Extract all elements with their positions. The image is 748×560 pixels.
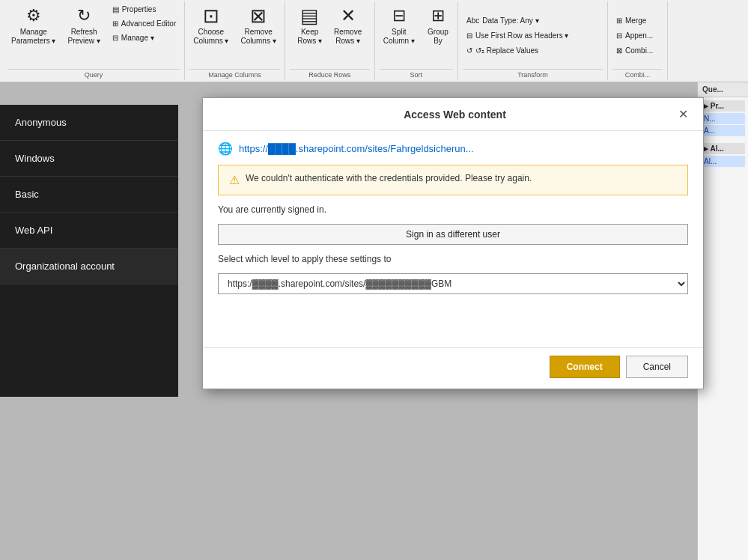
- right-panel-title: Que...: [698, 82, 748, 97]
- ribbon-content: ⚙ Manage Parameters ▾ ↻ Refresh Preview …: [0, 0, 748, 82]
- data-type-icon: Abc: [466, 16, 479, 25]
- cancel-label: Cancel: [643, 362, 671, 372]
- replace-values-icon: ↺: [466, 46, 472, 55]
- append-icon: ⊟: [616, 31, 622, 40]
- manage-columns-split: ⊡ Choose Columns ▾ ⊠ Remove Columns ▾: [189, 3, 280, 67]
- merge-icon: ⊞: [616, 16, 622, 25]
- remove-columns-button[interactable]: ⊠ Remove Columns ▾: [237, 3, 279, 48]
- properties-name-item[interactable]: N...: [701, 113, 745, 124]
- properties-all-item[interactable]: A...: [701, 125, 745, 136]
- warning-icon: ⚠: [229, 173, 240, 187]
- query-group-label: Query: [7, 69, 180, 79]
- right-query-panel: Que... ▶ Pr... N... A... ▶ Al... Al...: [697, 82, 748, 560]
- ribbon: ⚙ Manage Parameters ▾ ↻ Refresh Preview …: [0, 0, 748, 82]
- use-first-row-label: Use First Row as Headers ▾: [475, 31, 568, 40]
- refresh-preview-button[interactable]: ↻ Refresh Preview ▾: [64, 3, 103, 48]
- choose-columns-button[interactable]: ⊡ Choose Columns ▾: [189, 3, 232, 48]
- properties-button[interactable]: ▤ Properties: [109, 3, 180, 16]
- connect-label: Connect: [567, 362, 603, 372]
- main-area: Anonymous Windows Basic Web API Organiza…: [0, 82, 748, 560]
- remove-columns-icon: ⊠: [248, 5, 269, 26]
- keep-rows-icon: ▤: [299, 5, 320, 26]
- refresh-icon: ↻: [73, 5, 94, 26]
- url-level-select[interactable]: https:/▓▓▓▓.sharepoint.com/sites/▓▓▓▓▓▓▓…: [218, 273, 688, 294]
- data-type-label: Data Type: Any ▾: [482, 16, 538, 25]
- sidebar-item-windows[interactable]: Windows: [0, 141, 178, 177]
- applied-step-1[interactable]: Al...: [701, 156, 745, 167]
- properties-icon: ▤: [112, 5, 119, 13]
- manage-parameters-button[interactable]: ⚙ Manage Parameters ▾: [7, 3, 59, 48]
- keep-rows-label: Keep Rows ▾: [297, 28, 322, 46]
- advanced-editor-button[interactable]: ⊞ Advanced Editor: [109, 17, 180, 30]
- applied-steps-section: ▶ Al... Al...: [698, 140, 748, 171]
- organizational-account-label: Organizational account: [15, 261, 115, 272]
- windows-label: Windows: [15, 153, 55, 164]
- ribbon-group-combine: ⊞ Merge ⊟ Appen... ⊠ Combi... Combi...: [608, 1, 668, 80]
- sidebar-item-web-api[interactable]: Web API: [0, 213, 178, 249]
- properties-label: Properties: [122, 5, 156, 13]
- merge-button[interactable]: ⊞ Merge: [612, 14, 663, 27]
- dialog-warning: ⚠ We couldn't authenticate with the cred…: [218, 165, 688, 195]
- globe-icon: 🌐: [218, 141, 233, 156]
- ribbon-group-transform: Abc Data Type: Any ▾ ⊟ Use First Row as …: [458, 1, 608, 80]
- dialog-close-button[interactable]: ✕: [674, 106, 693, 123]
- keep-rows-button[interactable]: ▤ Keep Rows ▾: [294, 3, 326, 48]
- properties-name-label: N...: [704, 115, 716, 123]
- dialog-body: 🌐 https://████.sharepoint.com/sites/Fahr…: [203, 131, 703, 347]
- remove-rows-button[interactable]: ✕ Remove Rows ▾: [330, 3, 365, 48]
- remove-rows-icon: ✕: [338, 5, 359, 26]
- group-by-button[interactable]: ⊞ Group By: [423, 3, 453, 48]
- replace-values-button[interactable]: ↺ ↺₂ Replace Values: [463, 44, 603, 57]
- connect-button[interactable]: Connect: [550, 356, 620, 378]
- sign-in-different-user-button[interactable]: Sign in as different user: [218, 224, 688, 245]
- dialog-title: Access Web content: [236, 109, 674, 121]
- manage-button[interactable]: ⊟ Manage ▾: [109, 31, 180, 44]
- append-label: Appen...: [625, 31, 653, 40]
- dialog-url: 🌐 https://████.sharepoint.com/sites/Fahr…: [218, 141, 688, 156]
- data-type-button[interactable]: Abc Data Type: Any ▾: [463, 14, 603, 27]
- choose-columns-label: Choose Columns ▾: [193, 28, 228, 46]
- cancel-button[interactable]: Cancel: [626, 356, 688, 378]
- manage-icon: ⊟: [112, 34, 118, 42]
- dialog-signed-in-text: You are currently signed in.: [218, 204, 688, 215]
- combine-button[interactable]: ⊠ Combi...: [612, 44, 663, 57]
- group-by-label: Group By: [428, 28, 449, 46]
- ribbon-group-reduce-rows: ▤ Keep Rows ▾ ✕ Remove Rows ▾ Reduce Row…: [285, 1, 375, 80]
- sign-in-btn-label: Sign in as different user: [406, 229, 500, 240]
- sidebar-item-anonymous[interactable]: Anonymous: [0, 105, 178, 141]
- ribbon-group-manage-columns: ⊡ Choose Columns ▾ ⊠ Remove Columns ▾ Ma…: [185, 1, 285, 80]
- manage-parameters-label: Manage Parameters ▾: [11, 28, 55, 46]
- sidebar-item-organizational-account[interactable]: Organizational account: [0, 249, 178, 284]
- anonymous-label: Anonymous: [15, 117, 67, 128]
- choose-columns-icon: ⊡: [201, 5, 222, 26]
- replace-values-label: ↺₂ Replace Values: [475, 46, 538, 55]
- remove-columns-label: Remove Columns ▾: [240, 28, 276, 46]
- sidebar-item-basic[interactable]: Basic: [0, 177, 178, 213]
- ribbon-group-query: ⚙ Manage Parameters ▾ ↻ Refresh Preview …: [3, 1, 185, 80]
- combine-icon: ⊠: [616, 46, 622, 55]
- dialog-url-text: https://████.sharepoint.com/sites/Fahrge…: [239, 143, 474, 154]
- remove-rows-label: Remove Rows ▾: [334, 28, 362, 46]
- manage-label: Manage ▾: [121, 34, 154, 42]
- dialog-footer: Connect Cancel: [203, 347, 703, 389]
- use-first-row-button[interactable]: ⊟ Use First Row as Headers ▾: [463, 29, 603, 42]
- append-button[interactable]: ⊟ Appen...: [612, 29, 663, 42]
- properties-section-label: ▶ Pr...: [702, 102, 724, 110]
- manage-parameters-icon: ⚙: [23, 5, 44, 26]
- access-web-content-dialog: Access Web content ✕ 🌐 https://████.shar…: [202, 97, 704, 389]
- group-by-icon: ⊞: [428, 5, 449, 26]
- split-column-label: Split Column ▾: [383, 28, 415, 46]
- query-split: ⚙ Manage Parameters ▾ ↻ Refresh Preview …: [7, 3, 180, 67]
- advanced-editor-label: Advanced Editor: [121, 19, 176, 28]
- select-level-label: Select which level to apply these settin…: [218, 254, 688, 264]
- dialog-warning-text: We couldn't authenticate with the creden…: [246, 173, 532, 183]
- applied-steps-header[interactable]: ▶ Al...: [701, 143, 745, 154]
- web-api-label: Web API: [15, 225, 52, 236]
- properties-section-header[interactable]: ▶ Pr...: [701, 100, 745, 112]
- applied-step-1-label: Al...: [704, 157, 717, 165]
- transform-group-label: Transform: [463, 69, 603, 79]
- use-first-row-icon: ⊟: [466, 31, 472, 40]
- properties-section: ▶ Pr... N... A...: [698, 97, 748, 140]
- reduce-rows-group-label: Reduce Rows: [290, 69, 370, 79]
- split-column-button[interactable]: ⊟ Split Column ▾: [380, 3, 419, 48]
